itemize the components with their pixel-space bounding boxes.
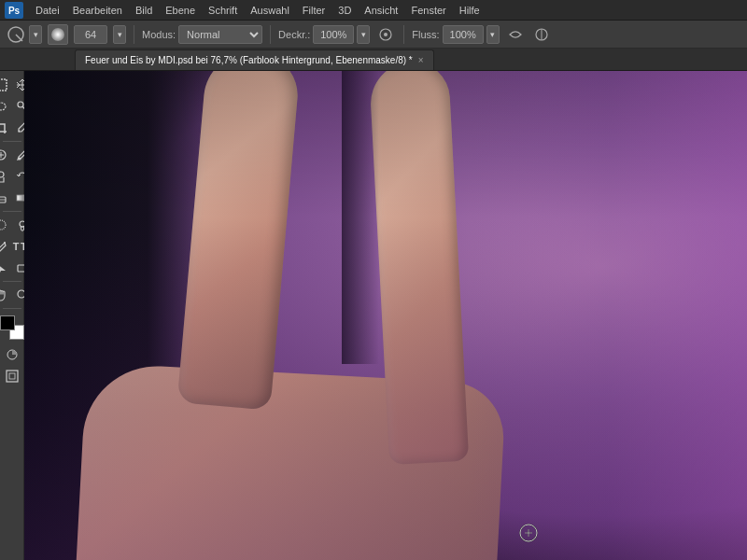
tab-title: Feuer und Eis by MDI.psd bei 76,7% (Farb… <box>85 55 413 65</box>
separator-3 <box>403 25 404 44</box>
tool-sep-3 <box>3 281 21 282</box>
tool-sep-4 <box>3 308 21 309</box>
main-layout: T T <box>0 71 747 560</box>
menu-hilfe[interactable]: Hilfe <box>454 3 486 18</box>
tab-close-btn[interactable]: × <box>418 55 424 65</box>
hand-tool[interactable] <box>0 285 11 305</box>
svg-point-10 <box>18 102 23 107</box>
left-toolbar: T T <box>0 71 24 560</box>
modus-group: Modus: Normal Multiplizieren Abwedeln <box>142 25 262 44</box>
fluss-input[interactable] <box>443 25 484 44</box>
menu-auswahl[interactable]: Auswahl <box>245 3 295 18</box>
eraser-tool[interactable] <box>0 188 11 208</box>
clone-stamp-tool[interactable] <box>0 166 11 187</box>
menu-filter[interactable]: Filter <box>297 3 331 18</box>
tool-sep-2 <box>3 211 21 212</box>
svg-text:Ps: Ps <box>8 6 21 16</box>
image-content <box>24 71 747 560</box>
svg-point-22 <box>4 242 6 244</box>
foreground-color-swatch[interactable] <box>0 315 15 330</box>
svg-point-9 <box>0 103 6 110</box>
fluss-dropdown[interactable]: ▾ <box>486 25 500 44</box>
tablet-pressure-btn[interactable] <box>505 24 526 45</box>
lasso-tool[interactable] <box>0 96 11 117</box>
modus-select[interactable]: Normal Multiplizieren Abwedeln <box>178 25 262 44</box>
brush-tool-icon-area: ▾ <box>6 24 42 45</box>
path-select-tool[interactable] <box>0 258 11 278</box>
svg-point-16 <box>19 158 21 161</box>
healing-brush-tool[interactable] <box>0 145 11 165</box>
deckfr-group: Deckr.: ▾ <box>278 25 370 44</box>
document-tab[interactable]: Feuer und Eis by MDI.psd bei 76,7% (Farb… <box>75 49 434 70</box>
crop-tool[interactable] <box>0 118 11 138</box>
purple-overlay <box>467 71 747 560</box>
svg-point-12 <box>19 131 21 133</box>
marquee-rect-tool[interactable] <box>0 75 11 95</box>
svg-rect-29 <box>9 373 15 379</box>
brush-size-input[interactable] <box>74 25 107 44</box>
brush-dropdown-btn[interactable]: ▾ <box>29 25 42 44</box>
tool-sep-1 <box>3 141 21 142</box>
deckfr-dropdown[interactable]: ▾ <box>357 25 370 44</box>
svg-line-3 <box>16 35 22 41</box>
svg-rect-8 <box>0 79 7 91</box>
blur-tool[interactable] <box>0 215 11 235</box>
screen-mode-btn[interactable] <box>2 366 22 386</box>
menu-3d[interactable]: 3D <box>332 3 357 18</box>
brush-size-dropdown[interactable]: ▾ <box>113 25 126 44</box>
menu-datei[interactable]: Datei <box>30 3 65 18</box>
svg-point-17 <box>0 172 4 177</box>
fluss-group: Fluss: ▾ <box>412 25 499 44</box>
deckfr-input[interactable] <box>313 25 354 44</box>
menubar: Ps Datei Bearbeiten Bild Ebene Schrift A… <box>0 0 747 21</box>
color-swatches[interactable] <box>0 315 24 340</box>
menu-ebene[interactable]: Ebene <box>160 3 201 18</box>
svg-point-20 <box>0 220 6 230</box>
brush-options-icon[interactable] <box>6 24 26 45</box>
menu-bearbeiten[interactable]: Bearbeiten <box>67 3 128 18</box>
menu-fenster[interactable]: Fenster <box>405 3 451 18</box>
modus-label: Modus: <box>142 29 176 40</box>
brush-preview[interactable] <box>48 24 68 45</box>
symmetry-btn[interactable] <box>531 24 552 45</box>
airbrush-btn[interactable] <box>375 24 396 45</box>
tabbar: Feuer und Eis by MDI.psd bei 76,7% (Farb… <box>0 49 747 71</box>
svg-point-5 <box>384 33 388 36</box>
menu-schrift[interactable]: Schrift <box>203 3 243 18</box>
quick-mask-tool[interactable] <box>2 344 22 365</box>
canvas-area[interactable] <box>24 71 747 560</box>
svg-rect-28 <box>7 371 18 382</box>
menu-bild[interactable]: Bild <box>130 3 158 18</box>
menu-ansicht[interactable]: Ansicht <box>359 3 403 18</box>
fluss-label: Fluss: <box>412 29 439 40</box>
separator-2 <box>270 25 271 44</box>
pen-tool[interactable] <box>0 236 11 257</box>
deckfr-label: Deckr.: <box>278 29 310 40</box>
separator-1 <box>134 25 134 44</box>
app-logo: Ps <box>4 2 24 19</box>
options-bar: ▾ ▾ Modus: Normal Multiplizieren Abwedel… <box>0 21 747 49</box>
